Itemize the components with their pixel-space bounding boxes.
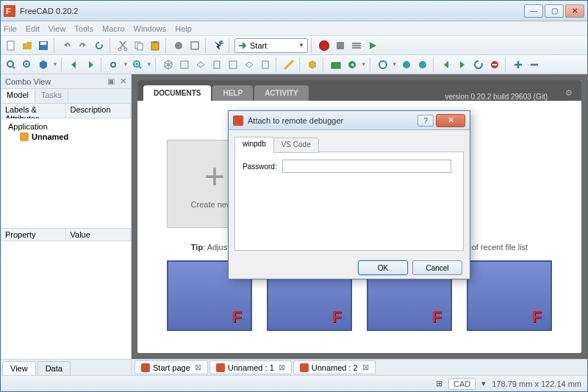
link-make-button[interactable] bbox=[345, 57, 359, 72]
whatsthis-button[interactable]: ? bbox=[211, 38, 226, 53]
group-button[interactable] bbox=[329, 57, 343, 72]
maximize-button[interactable]: ▢ bbox=[545, 4, 564, 18]
arrow-right-button[interactable] bbox=[455, 57, 470, 72]
right-view-button[interactable] bbox=[209, 57, 224, 72]
stop-button[interactable] bbox=[487, 57, 502, 72]
doc-tab-unnamed-2[interactable]: Unnamed : 2⊠ bbox=[293, 360, 376, 374]
model-tree[interactable]: Application Unnamed bbox=[1, 118, 131, 229]
close-tab-icon[interactable]: ⊠ bbox=[279, 363, 285, 372]
reload-button[interactable] bbox=[471, 57, 486, 72]
doc-tab-unnamed-1[interactable]: Unnamed : 1⊠ bbox=[209, 360, 292, 374]
draw-style-button[interactable] bbox=[36, 57, 51, 72]
nav-style-label[interactable]: CAD bbox=[448, 378, 476, 390]
svg-rect-17 bbox=[352, 45, 361, 46]
example-thumb-4[interactable]: F⚙ bbox=[467, 260, 552, 331]
svg-rect-18 bbox=[352, 47, 361, 49]
tab-vscode[interactable]: VS Code bbox=[273, 138, 319, 153]
menu-view[interactable]: View bbox=[49, 24, 66, 33]
nav-style-icon[interactable]: ⊞ bbox=[436, 379, 442, 388]
save-button[interactable] bbox=[36, 38, 51, 53]
menu-tools[interactable]: Tools bbox=[74, 24, 93, 33]
nav-left-button[interactable] bbox=[67, 57, 82, 72]
svg-rect-25 bbox=[229, 61, 237, 68]
close-tab-icon[interactable]: ⊠ bbox=[362, 363, 369, 372]
fit-all-button[interactable] bbox=[4, 57, 18, 72]
password-input[interactable] bbox=[282, 160, 451, 173]
web-button[interactable] bbox=[399, 57, 414, 72]
left-view-button[interactable] bbox=[258, 57, 273, 72]
freecad-icon bbox=[233, 115, 243, 126]
macro-play-button[interactable] bbox=[365, 38, 380, 53]
part-button[interactable] bbox=[305, 57, 320, 72]
tab-activity[interactable]: ACTIVITY bbox=[254, 85, 309, 101]
tab-tasks[interactable]: Tasks bbox=[35, 89, 68, 103]
bottom-view-button[interactable] bbox=[242, 57, 257, 72]
doc-tab-start-page[interactable]: Start page⊠ bbox=[135, 360, 208, 374]
svg-rect-8 bbox=[137, 43, 143, 50]
tab-documents[interactable]: DOCUMENTS bbox=[143, 85, 211, 101]
menu-windows[interactable]: Windows bbox=[134, 24, 167, 33]
panel-float-button[interactable]: ▣ bbox=[107, 76, 115, 86]
undo-button[interactable] bbox=[60, 38, 74, 53]
paste-button[interactable] bbox=[148, 38, 162, 53]
fit-selection-button[interactable] bbox=[20, 57, 35, 72]
tab-model[interactable]: Model bbox=[1, 89, 35, 103]
tool-btn-1[interactable] bbox=[171, 38, 186, 53]
menu-edit[interactable]: Edit bbox=[26, 24, 40, 33]
close-button[interactable]: ✕ bbox=[565, 4, 584, 18]
macro-record-button[interactable] bbox=[317, 38, 331, 53]
link-actions-button[interactable] bbox=[376, 57, 390, 72]
panel-close-button[interactable]: ✕ bbox=[120, 76, 126, 86]
close-tab-icon[interactable]: ⊠ bbox=[195, 363, 201, 372]
col-description: Description bbox=[66, 104, 132, 118]
zoom-button[interactable] bbox=[130, 57, 145, 72]
settings-gear-icon[interactable]: ⚙ bbox=[562, 85, 576, 101]
minimize-button[interactable]: — bbox=[524, 4, 543, 18]
measure-button[interactable] bbox=[282, 57, 296, 72]
tab-view[interactable]: View bbox=[2, 361, 36, 375]
menu-file[interactable]: File bbox=[4, 24, 17, 33]
menu-macro[interactable]: Macro bbox=[102, 24, 125, 33]
copy-button[interactable] bbox=[132, 38, 146, 53]
property-table: Property Value bbox=[1, 229, 131, 359]
menu-help[interactable]: Help bbox=[175, 24, 192, 33]
tab-data[interactable]: Data bbox=[37, 361, 71, 375]
redo-button[interactable] bbox=[76, 38, 90, 53]
cut-button[interactable] bbox=[115, 38, 130, 53]
svg-point-30 bbox=[403, 61, 410, 68]
svg-point-21 bbox=[26, 63, 28, 65]
dialog-help-button[interactable]: ? bbox=[417, 115, 434, 126]
link-button[interactable] bbox=[107, 57, 121, 72]
open-button[interactable] bbox=[20, 38, 35, 53]
tab-winpdb[interactable]: winpdb bbox=[234, 137, 274, 152]
svg-rect-10 bbox=[153, 41, 157, 43]
tree-application[interactable]: Application bbox=[4, 121, 128, 132]
password-label: Password: bbox=[243, 163, 277, 171]
zoom-out-button[interactable] bbox=[527, 57, 542, 72]
new-button[interactable] bbox=[4, 38, 18, 53]
tree-unnamed[interactable]: Unnamed bbox=[4, 132, 128, 142]
web2-button[interactable] bbox=[415, 57, 430, 72]
svg-rect-15 bbox=[337, 42, 344, 49]
workbench-selector[interactable]: Start ▼ bbox=[234, 38, 308, 53]
macro-stop-button[interactable] bbox=[333, 38, 348, 53]
zoom-in-button[interactable] bbox=[511, 57, 526, 72]
svg-point-31 bbox=[419, 61, 426, 68]
svg-rect-2 bbox=[7, 41, 14, 50]
document-tabs: Start page⊠ Unnamed : 1⊠ Unnamed : 2⊠ bbox=[132, 359, 587, 375]
arrow-left-button[interactable] bbox=[439, 57, 453, 72]
ok-button[interactable]: OK bbox=[358, 260, 408, 275]
dialog-close-button[interactable]: ✕ bbox=[436, 114, 465, 127]
rear-view-button[interactable] bbox=[226, 57, 240, 72]
start-page-tabs: DOCUMENTS HELP ACTIVITY version 0.20.2 b… bbox=[137, 80, 581, 101]
tool-btn-2[interactable] bbox=[187, 38, 202, 53]
front-view-button[interactable] bbox=[177, 57, 192, 72]
cancel-button[interactable]: Cancel bbox=[412, 260, 462, 275]
iso-view-button[interactable] bbox=[161, 57, 176, 72]
tab-help[interactable]: HELP bbox=[212, 85, 253, 101]
top-view-button[interactable] bbox=[193, 57, 208, 72]
macro-list-button[interactable] bbox=[349, 38, 364, 53]
refresh-button[interactable] bbox=[92, 38, 107, 53]
nav-right-button[interactable] bbox=[83, 57, 98, 72]
col-labels: Labels & Attributes bbox=[1, 104, 66, 118]
